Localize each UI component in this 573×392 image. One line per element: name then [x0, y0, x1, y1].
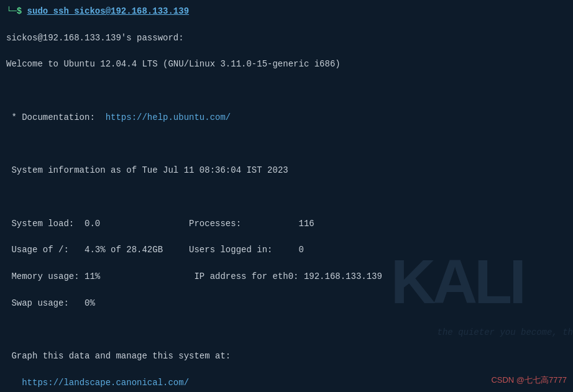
blank-line-1	[6, 84, 567, 98]
usage-line: Usage of /: 4.3% of 28.42GB Users logged…	[6, 244, 567, 257]
password-prompt-line: sickos@192.168.133.139's password:	[6, 32, 567, 45]
doc-line: * Documentation: https://help.ubuntu.com…	[6, 111, 567, 125]
csdn-badge: CSDN @七七高7777	[491, 375, 567, 386]
swap-line: Swap usage: 0%	[6, 297, 567, 311]
blank-line-3	[6, 191, 567, 204]
sysload-line: System load: 0.0 Processes: 116	[6, 217, 567, 231]
landscape-url-line: https://landscape.canonical.com/	[6, 376, 567, 390]
graph-line: Graph this data and manage this system a…	[6, 350, 567, 363]
doc-url: https://help.ubuntu.com/	[106, 112, 231, 122]
landscape-url: https://landscape.canonical.com/	[22, 378, 189, 388]
shell-prompt-symbol: └─$	[6, 6, 27, 16]
blank-line-4	[6, 323, 567, 337]
blank-line-2	[6, 137, 567, 151]
memory-line: Memory usage: 11% IP address for eth0: 1…	[6, 270, 567, 284]
welcome-line: Welcome to Ubuntu 12.04.4 LTS (GNU/Linux…	[6, 58, 567, 71]
ssh-command: sudo ssh sickos@192.168.133.139	[27, 6, 189, 16]
sysinfo-line: System information as of Tue Jul 11 08:3…	[6, 164, 567, 178]
terminal-content: └─$ sudo ssh sickos@192.168.133.139 sick…	[6, 5, 567, 392]
ssh-command-line: └─$ sudo ssh sickos@192.168.133.139	[6, 5, 567, 19]
terminal-window: KALI the quieter you become, th └─$ sudo…	[0, 0, 573, 392]
